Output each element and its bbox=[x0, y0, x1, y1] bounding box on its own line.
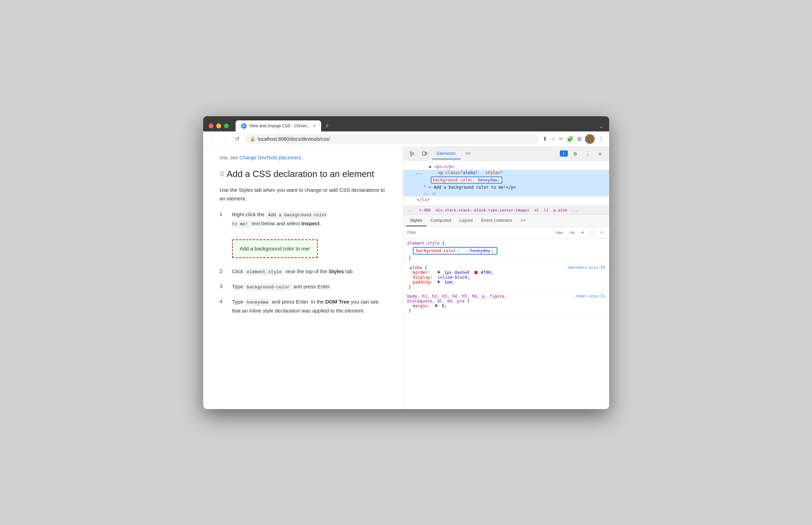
step-content-4: Type honeydew and press Enter. In the DO… bbox=[232, 297, 386, 315]
filter-actions: :hov .cls + ⬚ ◁ bbox=[554, 229, 605, 236]
extensions-icon[interactable]: 🧩 bbox=[567, 136, 574, 142]
aloha-close: } bbox=[407, 285, 605, 289]
breadcrumb-li[interactable]: li bbox=[544, 208, 548, 212]
element-style-selector: element.style { bbox=[407, 241, 605, 246]
menu-icon[interactable]: ⋮ bbox=[598, 136, 604, 142]
element-style-rule: element.style { background-color: honeyd… bbox=[403, 239, 609, 263]
styles-tabs: Styles Computed Layout Event Listeners >… bbox=[403, 215, 609, 227]
dom-row-li-close[interactable]: </li> bbox=[403, 197, 609, 203]
elements-tab[interactable]: Elements bbox=[432, 148, 461, 159]
devtools-toolbar: Elements >> 1 ⚙ ⋮ ✕ bbox=[403, 147, 609, 161]
demo-box[interactable]: Add a background color to me! bbox=[232, 239, 318, 258]
expand-padding-icon[interactable] bbox=[438, 280, 440, 284]
aloha-source[interactable]: _devtools.scss:19 bbox=[566, 265, 605, 270]
breadcrumb-bar: ... t-400 div.stack.stack--block.type.ce… bbox=[403, 206, 609, 215]
maximize-button[interactable] bbox=[224, 123, 229, 128]
element-style-close: } bbox=[407, 256, 605, 261]
styles-tab-more[interactable]: >> bbox=[516, 215, 530, 226]
more-tabs-button[interactable]: >> bbox=[461, 148, 475, 159]
dom-tree: ▶ <p>…</p> ... <p class="aloha" style=" … bbox=[403, 161, 609, 206]
settings-icon-button[interactable]: ⚙ bbox=[571, 149, 580, 158]
window-collapse-button[interactable]: ⌄ bbox=[598, 122, 604, 130]
expand-margin-icon[interactable] bbox=[435, 304, 438, 307]
address-bar: ← → ↺ 🔒 localhost:8080/docs/devtools/css… bbox=[203, 131, 609, 147]
step-3: 3 Type background-color and press Enter. bbox=[220, 282, 386, 291]
back-button[interactable]: ← bbox=[209, 135, 217, 143]
dom-row-p-aloha-open[interactable]: ... <p class="aloha" style=" bbox=[403, 170, 609, 176]
more-options-button[interactable]: ⋮ bbox=[583, 149, 593, 158]
url-bar[interactable]: 🔒 localhost:8080/docs/devtools/css/ bbox=[245, 134, 538, 144]
styles-filter-input[interactable] bbox=[407, 230, 551, 235]
close-tab-button[interactable]: × bbox=[313, 123, 316, 129]
toggle-sidebar-button[interactable]: ◁ bbox=[598, 229, 605, 235]
breadcrumb-ol[interactable]: ol bbox=[534, 208, 539, 212]
dom-row-p-aloha-text[interactable]: " > Add a background color to me!</p> bbox=[403, 184, 609, 190]
aloha-selector: _devtools.scss:19 .aloha { bbox=[407, 265, 605, 270]
cls-filter-button[interactable]: .cls bbox=[567, 230, 577, 235]
dom-row-dollar-zero: == $0 bbox=[403, 190, 609, 197]
minimize-button[interactable] bbox=[216, 123, 221, 128]
styles-tab-layout[interactable]: Layout bbox=[455, 215, 477, 226]
styles-panel: element.style { background-color: honeyd… bbox=[403, 239, 609, 409]
padding-property: padding: 1em; bbox=[407, 280, 605, 285]
devtools-tabs: Elements >> bbox=[432, 148, 557, 159]
star-icon[interactable]: ☆ bbox=[551, 136, 555, 142]
step-content-2: Click element.style near the top of the … bbox=[232, 267, 354, 276]
top-link-text: one, see Change DevTools placement . bbox=[220, 154, 386, 161]
step-2: 2 Click element.style near the top of th… bbox=[220, 267, 386, 276]
grid-icon[interactable]: ⊞ bbox=[577, 136, 582, 142]
bg-color-property: background-color: honeydew; bbox=[407, 246, 605, 256]
color-swatch[interactable] bbox=[465, 249, 469, 252]
styles-tab-event-listeners[interactable]: Event Listeners bbox=[477, 215, 516, 226]
traffic-lights bbox=[209, 123, 229, 128]
styles-tab-styles[interactable]: Styles bbox=[406, 215, 426, 226]
devtools-toolbar-right: 1 ⚙ ⋮ ✕ bbox=[560, 149, 605, 158]
step-4: 4 Type honeydew and press Enter. In the … bbox=[220, 297, 386, 315]
code-background-color: background-color bbox=[245, 284, 292, 290]
change-placement-link[interactable]: Change DevTools placement bbox=[239, 155, 301, 160]
close-button[interactable] bbox=[209, 123, 214, 128]
inline-style-highlighted: background-color: honeydew; bbox=[413, 247, 497, 255]
profile-avatar[interactable] bbox=[585, 134, 595, 144]
dom-row-p-dots[interactable]: ▶ <p>…</p> bbox=[403, 164, 609, 170]
refresh-button[interactable]: ↺ bbox=[234, 134, 241, 143]
breadcrumb-p-aloh[interactable]: p.aloh bbox=[554, 208, 567, 212]
code-element-style: element.style bbox=[245, 269, 284, 275]
section-description: Use the Styles tab when you want to chan… bbox=[220, 186, 386, 203]
scissors-icon[interactable]: ✂ bbox=[559, 136, 563, 142]
add-rule-button[interactable]: + bbox=[579, 229, 586, 236]
reset-rule: _reset.scss:11 body, h1, h2, h3, h4, h5,… bbox=[403, 292, 609, 316]
device-icon-button[interactable] bbox=[420, 149, 429, 158]
steps-list: 1 Right-click the Add a background color… bbox=[220, 210, 386, 315]
breadcrumb-dots: ... bbox=[407, 208, 414, 212]
breadcrumb-t400[interactable]: t-400 bbox=[419, 208, 430, 212]
expand-icon[interactable] bbox=[438, 270, 440, 274]
step-content-3: Type background-color and press Enter. bbox=[232, 282, 331, 291]
cursor-icon-button[interactable] bbox=[407, 149, 417, 158]
step-1: 1 Right-click the Add a background color… bbox=[220, 210, 386, 261]
forward-button[interactable]: → bbox=[221, 135, 229, 143]
code-honeydew: honeydew bbox=[245, 299, 270, 306]
red-color-swatch[interactable] bbox=[474, 271, 478, 274]
breadcrumb-div-stack[interactable]: div.stack.stack--block.type.center-image… bbox=[436, 208, 529, 212]
lock-icon: 🔒 bbox=[250, 136, 255, 141]
share-icon[interactable]: ⬆ bbox=[543, 136, 547, 142]
aloha-rule: _devtools.scss:19 .aloha { border: 1px d… bbox=[403, 263, 609, 292]
dom-row-bg-color-prop[interactable]: background-color: honeydew; bbox=[403, 176, 609, 184]
close-devtools-button[interactable]: ✕ bbox=[595, 149, 605, 158]
step-number-1: 1 bbox=[220, 210, 228, 218]
new-style-sheet-button[interactable]: ⬚ bbox=[588, 229, 596, 235]
margin-property: margin: 0; bbox=[407, 304, 605, 308]
browser-tab[interactable]: G View and change CSS - Chrom... × bbox=[236, 120, 321, 131]
border-property: border: 1px dashed #f00; bbox=[407, 270, 605, 275]
page-content: one, see Change DevTools placement . #Ad… bbox=[203, 147, 403, 409]
display-property: display: inline-block; bbox=[407, 275, 605, 280]
reset-selector-2: blockquote, dl, dd, pre { bbox=[407, 299, 605, 304]
new-tab-button[interactable]: + bbox=[322, 121, 332, 131]
hover-filter-button[interactable]: :hov bbox=[554, 230, 565, 235]
svg-rect-0 bbox=[423, 152, 425, 155]
tab-title: View and change CSS - Chrom... bbox=[249, 123, 310, 128]
reset-source[interactable]: _reset.scss:11 bbox=[573, 294, 605, 298]
styles-tab-computed[interactable]: Computed bbox=[426, 215, 455, 226]
toolbar-icons: ⬆ ☆ ✂ 🧩 ⊞ ⋮ bbox=[543, 134, 604, 144]
